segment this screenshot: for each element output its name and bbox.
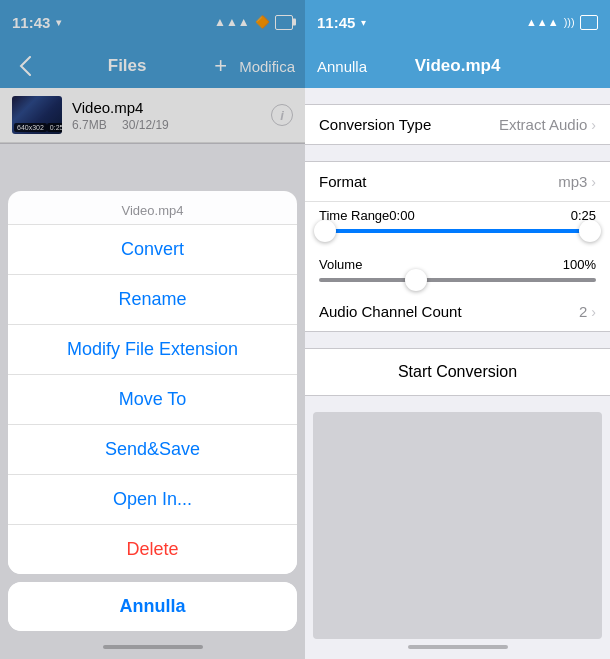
audio-channel-label: Audio Channel Count xyxy=(319,303,462,320)
right-time: 11:45 xyxy=(317,14,355,31)
action-sheet-overlay: Video.mp4 Convert Rename Modify File Ext… xyxy=(0,0,305,659)
action-sheet: Video.mp4 Convert Rename Modify File Ext… xyxy=(0,183,305,639)
conversion-type-text: Extract Audio xyxy=(499,116,587,133)
action-delete[interactable]: Delete xyxy=(8,525,297,574)
right-status-bar: 11:45 ▾ ▲▲▲ ))) xyxy=(305,0,610,44)
time-range-start: 0:00 xyxy=(389,208,414,223)
audio-channel-text: 2 xyxy=(579,303,587,320)
format-text: mp3 xyxy=(558,173,587,190)
action-open-in[interactable]: Open In... xyxy=(8,475,297,525)
settings-top-gap xyxy=(305,88,610,104)
action-convert[interactable]: Convert xyxy=(8,225,297,275)
conversion-type-value: Extract Audio › xyxy=(499,116,596,133)
right-signal-icon: ▲▲▲ xyxy=(526,16,559,28)
cancel-group: Annulla xyxy=(8,582,297,631)
conversion-type-chevron: › xyxy=(591,117,596,133)
volume-thumb[interactable] xyxy=(405,269,427,291)
volume-header: Volume 100% xyxy=(319,257,596,272)
time-range-slider[interactable] xyxy=(319,229,596,233)
right-nav-bar: Annulla Video.mp4 xyxy=(305,44,610,88)
right-cancel-button[interactable]: Annulla xyxy=(317,58,367,75)
right-wifi-icon: ))) xyxy=(564,16,575,28)
volume-value: 100% xyxy=(563,257,596,272)
audio-channel-chevron: › xyxy=(591,304,596,320)
audio-channel-row[interactable]: Audio Channel Count 2 › xyxy=(305,292,610,331)
action-modify-extension[interactable]: Modify File Extension xyxy=(8,325,297,375)
right-home-indicator xyxy=(305,639,610,659)
time-range-fill xyxy=(319,229,596,233)
conversion-type-group: Conversion Type Extract Audio › xyxy=(305,104,610,145)
action-sheet-group: Video.mp4 Convert Rename Modify File Ext… xyxy=(8,191,297,574)
conversion-type-row[interactable]: Conversion Type Extract Audio › xyxy=(305,105,610,144)
format-chevron: › xyxy=(591,174,596,190)
start-conversion-button[interactable]: Start Conversion xyxy=(305,348,610,396)
action-rename[interactable]: Rename xyxy=(8,275,297,325)
conversion-type-label: Conversion Type xyxy=(319,116,431,133)
format-value: mp3 › xyxy=(558,173,596,190)
right-panel: 11:45 ▾ ▲▲▲ ))) Annulla Video.mp4 Conver… xyxy=(305,0,610,659)
time-range-thumb-right[interactable] xyxy=(579,220,601,242)
left-home-indicator xyxy=(0,639,305,659)
right-battery-icon xyxy=(580,15,598,30)
volume-label: Volume xyxy=(319,257,362,272)
volume-section: Volume 100% xyxy=(305,257,610,292)
left-home-bar xyxy=(103,645,203,649)
audio-channel-value: 2 › xyxy=(579,303,596,320)
time-range-thumb-left[interactable] xyxy=(314,220,336,242)
right-status-icons: ▲▲▲ ))) xyxy=(526,15,598,30)
time-range-header: Time Range 0:00 0:25 xyxy=(319,208,596,223)
right-nav-title: Video.mp4 xyxy=(415,56,501,76)
format-time-group: Format mp3 › Time Range 0:00 0:25 Volume xyxy=(305,161,610,332)
time-range-section: Time Range 0:00 0:25 xyxy=(305,202,610,257)
right-time-arrow: ▾ xyxy=(361,17,366,28)
left-panel: 11:43 ▾ ▲▲▲ 🔶 Files + Modifica xyxy=(0,0,305,659)
action-move-to[interactable]: Move To xyxy=(8,375,297,425)
cancel-button[interactable]: Annulla xyxy=(8,582,297,631)
bottom-gray-block xyxy=(313,412,602,639)
format-label: Format xyxy=(319,173,367,190)
volume-slider[interactable] xyxy=(319,278,596,282)
action-send-save[interactable]: Send&Save xyxy=(8,425,297,475)
right-home-bar xyxy=(408,645,508,649)
format-row[interactable]: Format mp3 › xyxy=(305,162,610,202)
action-sheet-title: Video.mp4 xyxy=(8,191,297,225)
